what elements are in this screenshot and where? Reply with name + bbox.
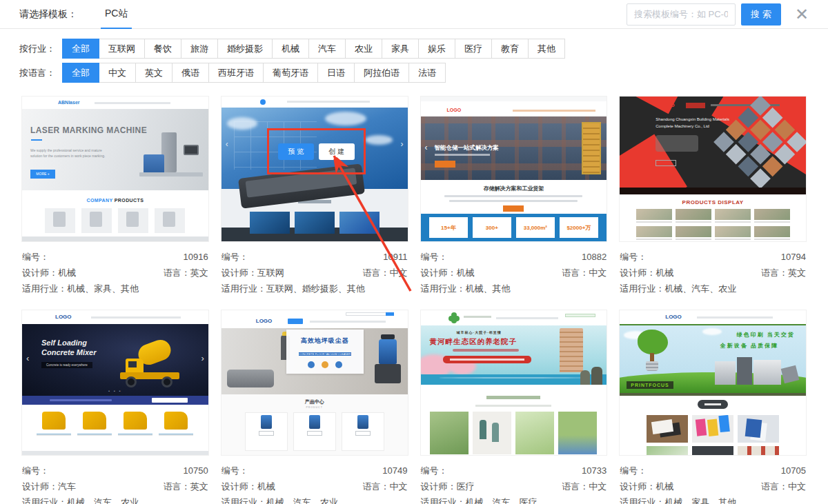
language-option-japanese[interactable]: 日语 [317, 63, 355, 83]
industry-option-entertainment[interactable]: 娱乐 [418, 39, 455, 59]
industry-option-internet[interactable]: 互联网 [99, 39, 145, 59]
industries: 适用行业：机械、汽车、农业 [221, 494, 338, 504]
section-title: PRODUCTS DISPLAY [620, 194, 806, 205]
floor-grinder-machine [227, 370, 274, 387]
feature-icons [286, 361, 364, 368]
id-label: 编号： [421, 463, 448, 478]
thumb-search-box [346, 312, 394, 316]
industries: 适用行业：机械、其他 [421, 281, 511, 296]
industry-option-agriculture[interactable]: 农业 [345, 39, 382, 59]
tab-pc-site[interactable]: PC站 [101, 0, 132, 29]
template-thumbnail-10705[interactable]: LOGO 绿色印刷 当天交货 全新设备 品质保障 PRINTFOCUS [620, 310, 806, 455]
template-thumbnail-10916[interactable]: ABNlaser LASER MARKING MACHINE We supply… [22, 97, 208, 241]
language-option-spanish[interactable]: 西班牙语 [208, 63, 264, 83]
thumb-hero: 绿色印刷 当天交货 全新设备 品质保障 PRINTFOCUS [620, 325, 806, 396]
thumb-footer [22, 236, 208, 241]
carousel-right-icon[interactable]: › [201, 353, 204, 363]
industries: 适用行业：机械、汽车、农业 [22, 494, 139, 504]
template-thumbnail-10750[interactable]: LOGO Self LoadingConcrete Mixer Concrete… [22, 310, 208, 455]
template-card-10916: ABNlaser LASER MARKING MACHINE We supply… [22, 97, 208, 296]
carousel-left-icon[interactable]: ‹ [425, 143, 428, 152]
industry-filter-group: 全部 互联网 餐饮 旅游 婚纱摄影 机械 汽车 农业 家具 娱乐 医疗 教育 其… [62, 39, 565, 59]
carousel-right-icon[interactable]: › [401, 139, 404, 149]
language-option-all[interactable]: 全部 [62, 63, 99, 83]
highrise-building [560, 328, 583, 372]
mixer-wheel [126, 376, 137, 387]
industry-option-wedding[interactable]: 婚纱摄影 [217, 39, 273, 59]
nav-active-pill [686, 103, 705, 108]
thumb-topbar [221, 97, 408, 108]
template-thumbnail-10733[interactable]: 城市核心·大院子·邻里情 黄河畔生态区的养老院子 [421, 310, 607, 455]
thumb-logo: LOGO [665, 314, 682, 320]
product-item [676, 226, 711, 240]
language-option-portuguese[interactable]: 葡萄牙语 [263, 63, 318, 83]
template-thumbnail-10749[interactable]: LOGO 高效地坪吸尘器 CONCRETE FLOOR VACUUM CLEAN… [221, 310, 408, 455]
carousel-left-icon[interactable]: ‹ [226, 139, 228, 149]
industry-option-machinery[interactable]: 机械 [272, 39, 309, 59]
industry-option-auto[interactable]: 汽车 [308, 39, 346, 59]
language-option-french[interactable]: 法语 [408, 63, 446, 83]
template-card-10733: 城市核心·大院子·邻里情 黄河畔生态区的养老院子 编号：10733 [421, 310, 607, 504]
product-item [342, 412, 384, 451]
product-row [620, 415, 806, 443]
language: 语言：中文 [363, 478, 408, 494]
product-item [636, 209, 672, 223]
cloud-decoration [325, 112, 366, 125]
thumb-section [421, 385, 607, 454]
search-button[interactable]: 搜 索 [741, 3, 781, 26]
language-option-chinese[interactable]: 中文 [99, 63, 136, 83]
logo-text-placeholder [464, 316, 491, 318]
template-thumbnail-10911[interactable]: ‹ › 预 览 创 建 [221, 97, 408, 241]
template-thumbnail-10794[interactable]: LOGO Shandong Chuangxin Building Materia… [620, 97, 806, 241]
template-meta: 编号：10916 设计师：机械语言：英文 适用行业：机械、家具、其他 [22, 241, 208, 296]
annotation-red-box [267, 128, 366, 174]
product-item [159, 412, 193, 436]
language: 语言：英文 [164, 265, 208, 281]
thumb-logo: LOGO [447, 108, 462, 112]
feature-card [339, 212, 379, 234]
industry-option-catering[interactable]: 餐饮 [144, 39, 181, 59]
template-id: 10733 [582, 463, 607, 478]
industry-option-all[interactable]: 全部 [62, 39, 99, 59]
id-label: 编号： [221, 463, 248, 478]
thumb-subheadline: Concrete is ready everywhere [41, 362, 92, 368]
thumb-hero: Self LoadingConcrete Mixer Concrete is r… [22, 324, 208, 396]
lightbulb-base [646, 361, 658, 371]
industry-option-education[interactable]: 教育 [491, 39, 529, 59]
designer: 设计师：互联网 [221, 265, 284, 281]
product-item [715, 209, 751, 223]
product-item [293, 412, 336, 451]
thumb-logo: LOGO [658, 102, 675, 108]
thumb-logo: LOGO [55, 314, 72, 320]
id-label: 编号： [620, 463, 647, 478]
stat-card: 15+年 [429, 217, 468, 238]
template-card-10882: LOGO ‹ 智能仓储一站式解决方案 存储解决方案和工业货架 15+年 300+ [421, 97, 607, 296]
thumb-logo [260, 99, 266, 105]
template-thumbnail-10882[interactable]: LOGO ‹ 智能仓储一站式解决方案 存储解决方案和工业货架 15+年 300+ [421, 97, 607, 241]
id-label: 编号： [221, 249, 248, 265]
carousel-left-icon[interactable]: ‹ [26, 353, 29, 363]
product-item [692, 446, 733, 455]
language-option-english[interactable]: 英文 [135, 63, 172, 83]
search-input[interactable] [627, 3, 736, 26]
thumb-footer [22, 451, 208, 455]
template-meta: 编号：10794 设计师：机械语言：英文 适用行业：机械、汽车、农业 [620, 241, 806, 296]
language-option-arabic[interactable]: 阿拉伯语 [354, 63, 409, 83]
stat-card: 33,000m² [516, 217, 555, 238]
water-strip [421, 374, 607, 385]
close-icon[interactable]: ✕ [795, 6, 809, 23]
thumb-nav-placeholder [91, 316, 181, 319]
thumb-topbar: LOGO [221, 310, 408, 328]
thumb-hero: ‹ 智能仓储一站式解决方案 [421, 117, 607, 180]
paragraph-placeholder [449, 200, 578, 202]
headline-underline [31, 139, 42, 141]
industry-option-medical[interactable]: 医疗 [455, 39, 492, 59]
industry-option-other[interactable]: 其他 [528, 39, 565, 59]
thumb-navbar [22, 396, 208, 405]
industry-option-travel[interactable]: 旅游 [181, 39, 218, 59]
product-item [715, 226, 751, 240]
language: 语言：中文 [363, 265, 408, 281]
filter-row-language: 按语言： 全部 中文 英文 俄语 西班牙语 葡萄牙语 日语 阿拉伯语 法语 [19, 63, 809, 83]
industry-option-furniture[interactable]: 家具 [382, 39, 419, 59]
language-option-russian[interactable]: 俄语 [172, 63, 209, 83]
